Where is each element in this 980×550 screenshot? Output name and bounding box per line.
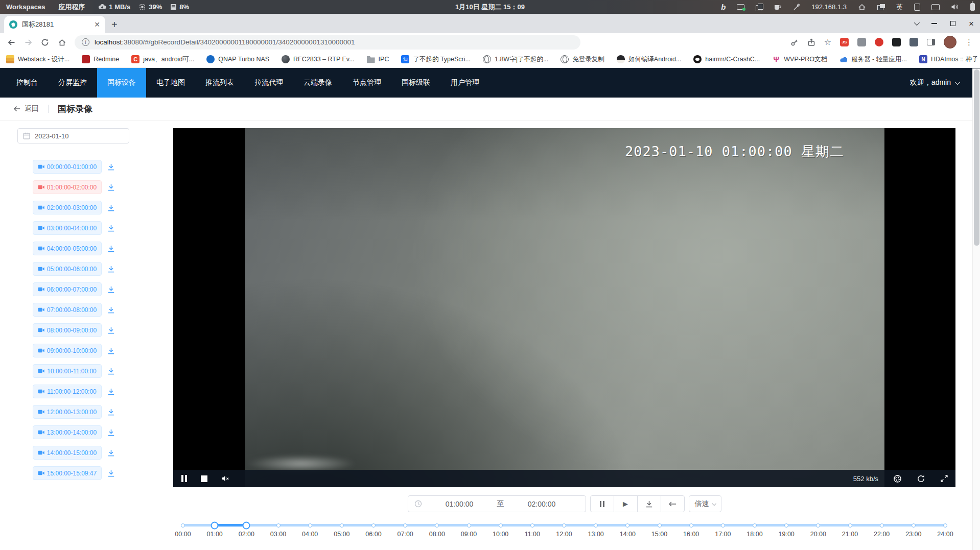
nav-item[interactable]: 节点管理	[342, 68, 391, 98]
pause-button[interactable]	[590, 495, 614, 512]
playback-speed-dropdown[interactable]: 倍速	[689, 495, 721, 512]
snapshot-button[interactable]	[893, 474, 902, 483]
device-tray-icon[interactable]	[914, 4, 920, 11]
play-button[interactable]: ▶	[614, 495, 638, 512]
date-input[interactable]	[35, 132, 111, 140]
forward-button[interactable]	[24, 38, 33, 46]
segment-button[interactable]: 00:00:00-01:00:00	[33, 160, 102, 174]
segment-download-button[interactable]	[107, 306, 115, 314]
page-scrollbar[interactable]	[972, 68, 980, 550]
input-method-indicator[interactable]: 英	[896, 3, 903, 12]
seek-back-button[interactable]	[661, 495, 685, 512]
app-indicator-icon[interactable]	[737, 4, 744, 10]
player-pause-button[interactable]	[181, 475, 187, 482]
profile-avatar[interactable]	[944, 36, 956, 49]
segment-button[interactable]: 04:00:00-05:00:00	[33, 242, 102, 255]
nav-item[interactable]: 国标级联	[391, 68, 440, 98]
memory-usage-indicator[interactable]: 8%	[170, 3, 189, 11]
bookmark-item[interactable]: 1.8W字|了不起的...	[483, 55, 548, 64]
end-time[interactable]: 02:00:00	[504, 500, 579, 508]
nav-item[interactable]: 分屏监控	[48, 68, 97, 98]
address-bar[interactable]: i localhost:38080/#/gbRecordDetail/34020…	[75, 35, 580, 50]
nav-item[interactable]: 用户管理	[440, 68, 489, 98]
segment-button[interactable]: 09:00:00-10:00:00	[33, 344, 102, 357]
bolt-tray-icon[interactable]: b	[721, 3, 726, 11]
segment-button[interactable]: 03:00:00-04:00:00	[33, 221, 102, 235]
start-time[interactable]: 01:00:00	[422, 500, 497, 508]
nav-item[interactable]: 控制台	[6, 68, 48, 98]
bookmark-item[interactable]: RFC2833 – RTP Ev...	[282, 55, 355, 63]
bookmark-item[interactable]: Webstack - 设计...	[6, 55, 69, 64]
extensions-puzzle-icon[interactable]	[909, 38, 918, 46]
window-minimize-button[interactable]	[931, 23, 937, 24]
new-tab-button[interactable]: +	[111, 19, 118, 30]
segment-download-button[interactable]	[107, 388, 115, 395]
bookmark-item[interactable]: 免登录复制	[561, 55, 604, 64]
bookmark-item[interactable]: hairrrrr/C-CrashC...	[693, 55, 760, 63]
browser-menu-icon[interactable]: ⋮	[965, 38, 973, 47]
extension-red-icon[interactable]	[875, 38, 883, 46]
segment-button[interactable]: 01:00:00-02:00:00	[33, 180, 102, 194]
video-canvas[interactable]	[245, 128, 884, 487]
cpu-usage-indicator[interactable]: 39%	[138, 3, 162, 11]
timeline-handle[interactable]	[211, 521, 219, 529]
color-picker-icon[interactable]	[793, 4, 800, 11]
home-tray-icon[interactable]	[858, 4, 866, 11]
segment-button[interactable]: 08:00:00-09:00:00	[33, 323, 102, 337]
segment-button[interactable]: 15:00:00-15:09:47	[33, 466, 102, 480]
volume-tray-icon[interactable]	[951, 4, 959, 10]
scrollbar-thumb[interactable]	[974, 69, 979, 246]
user-menu[interactable]: 欢迎，admin	[910, 68, 959, 98]
display-tray-icon[interactable]	[931, 4, 940, 10]
segment-button[interactable]: 12:00:00-13:00:00	[33, 405, 102, 419]
segment-download-button[interactable]	[107, 409, 115, 416]
share-icon[interactable]	[807, 38, 815, 46]
bookmark-item[interactable]: Redmine	[82, 55, 119, 63]
window-maximize-button[interactable]	[950, 21, 955, 26]
extension-black-icon[interactable]	[892, 38, 901, 46]
extension-js-icon[interactable]: JS	[840, 38, 849, 46]
segment-download-button[interactable]	[107, 470, 115, 477]
clipboard-tray-icon[interactable]	[756, 4, 762, 10]
segment-button[interactable]: 05:00:00-06:00:00	[33, 262, 102, 276]
timeline-track[interactable]: 00:0001:0002:0003:0004:0005:0006:0007:00…	[183, 524, 945, 527]
segment-download-button[interactable]	[107, 266, 115, 273]
segment-download-button[interactable]	[107, 204, 115, 211]
bookmark-item[interactable]: 了不起的 TypeScri...	[401, 55, 471, 64]
segment-download-button[interactable]	[107, 368, 115, 375]
site-info-icon[interactable]: i	[82, 38, 89, 46]
segment-button[interactable]: 13:00:00-14:00:00	[33, 425, 102, 439]
network-speed-indicator[interactable]: 1 MB/s	[98, 3, 130, 11]
segment-download-button[interactable]	[107, 429, 115, 436]
segment-button[interactable]: 06:00:00-07:00:00	[33, 282, 102, 296]
player-stop-button[interactable]	[201, 475, 207, 482]
segment-download-button[interactable]	[107, 225, 115, 232]
date-picker[interactable]	[17, 128, 129, 144]
time-range-picker[interactable]: 01:00:00 至 02:00:00	[408, 495, 586, 512]
segment-download-button[interactable]	[107, 245, 115, 252]
segment-button[interactable]: 07:00:00-08:00:00	[33, 303, 102, 317]
segment-download-button[interactable]	[107, 286, 115, 293]
bookmark-item[interactable]: WVP-PRO文档	[772, 55, 827, 64]
player-refresh-button[interactable]	[917, 474, 925, 483]
segment-download-button[interactable]	[107, 327, 115, 334]
segment-button[interactable]: 02:00:00-03:00:00	[33, 201, 102, 214]
home-button[interactable]	[58, 38, 66, 46]
bookmark-item[interactable]: QNAP Turbo NAS	[206, 55, 269, 63]
segment-button[interactable]: 14:00:00-15:00:00	[33, 446, 102, 460]
bookmark-item[interactable]: java、android可...	[131, 55, 194, 64]
back-button[interactable]	[7, 38, 16, 46]
coffee-cup-icon[interactable]	[774, 4, 782, 11]
segment-download-button[interactable]	[107, 347, 115, 354]
nav-item[interactable]: 云端录像	[293, 68, 342, 98]
bookmark-item[interactable]: HDAtmos :: 种子 *...	[919, 55, 980, 64]
video-player[interactable]: 2023-01-10 01:00:00 星期二 552 kb/s	[173, 128, 955, 487]
download-button[interactable]	[637, 495, 661, 512]
nav-item[interactable]: 拉流代理	[244, 68, 293, 98]
applications-menu[interactable]: 应用程序	[58, 3, 85, 12]
tab-search-chevron-icon[interactable]	[914, 20, 920, 26]
fullscreen-button[interactable]	[940, 474, 948, 483]
segment-download-button[interactable]	[107, 184, 115, 191]
password-key-icon[interactable]	[790, 38, 799, 46]
player-mute-button[interactable]	[221, 475, 230, 482]
